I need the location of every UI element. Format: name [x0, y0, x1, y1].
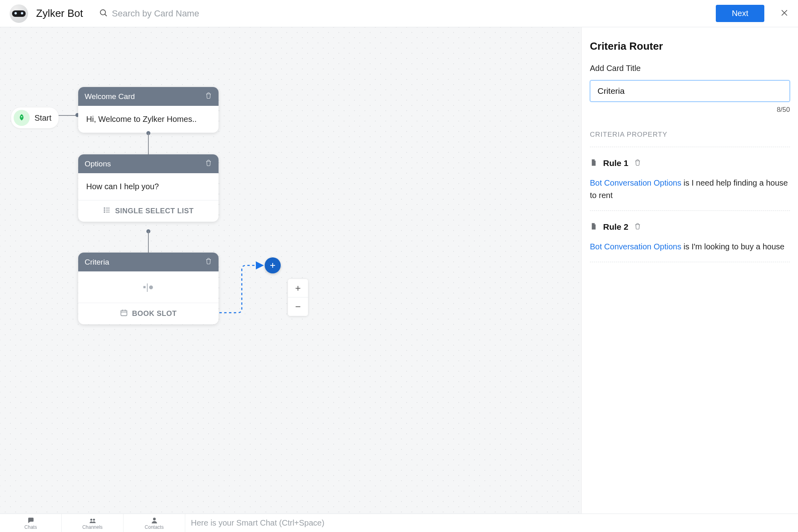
side-panel: Criteria Router Add Card Title 8/50 CRIT… — [581, 27, 798, 514]
svg-point-9 — [104, 210, 105, 210]
svg-point-19 — [153, 518, 156, 520]
rule-name: Rule 2 — [603, 222, 628, 232]
tab-contacts[interactable]: Contacts — [124, 514, 185, 532]
start-node[interactable]: Start — [11, 107, 59, 128]
connector-line — [148, 231, 149, 253]
list-icon — [103, 206, 111, 216]
search-input[interactable] — [112, 8, 272, 19]
tab-channels[interactable]: Channels — [62, 514, 124, 532]
document-icon — [590, 159, 597, 168]
svg-point-17 — [90, 518, 92, 520]
card-footer-label: SINGLE SELECT LIST — [115, 207, 194, 215]
zoom-out-button[interactable]: − — [288, 297, 308, 316]
next-button[interactable]: Next — [716, 5, 764, 22]
panel-title: Criteria Router — [590, 40, 790, 53]
svg-point-18 — [93, 518, 95, 520]
card-footer-label: BOOK SLOT — [132, 309, 177, 318]
svg-point-8 — [104, 208, 105, 208]
add-title-label: Add Card Title — [590, 64, 790, 73]
card-body: How can I help you? — [78, 173, 219, 200]
search-icon — [99, 8, 108, 19]
rule-name: Rule 1 — [603, 158, 628, 168]
trash-icon[interactable] — [205, 92, 212, 101]
card-footer[interactable]: SINGLE SELECT LIST — [78, 200, 219, 222]
card-header: Options — [78, 154, 219, 173]
svg-rect-11 — [121, 310, 127, 316]
rule-item: Rule 1 Bot Conversation Options is I nee… — [590, 147, 790, 211]
trash-icon[interactable] — [205, 257, 212, 267]
card-title: Options — [85, 160, 111, 168]
dashed-connector — [219, 261, 267, 314]
card-footer[interactable]: BOOK SLOT — [78, 303, 219, 324]
rule-item: Rule 2 Bot Conversation Options is I'm l… — [590, 211, 790, 262]
card-header: Welcome Card — [78, 87, 219, 106]
bot-name: Zylker Bot — [36, 7, 83, 20]
rule-text: is I'm looking to buy a house — [681, 242, 784, 251]
calendar-icon — [120, 309, 128, 319]
rocket-icon — [14, 110, 30, 126]
rule-link[interactable]: Bot Conversation Options — [590, 242, 681, 251]
smart-chat-input[interactable] — [185, 514, 798, 532]
card-header: Criteria — [78, 253, 219, 271]
tab-label: Contacts — [145, 524, 164, 530]
zoom-in-button[interactable]: + — [288, 279, 308, 297]
tab-label: Channels — [82, 524, 103, 530]
char-counter: 8/50 — [590, 106, 790, 114]
svg-point-4 — [21, 116, 22, 117]
svg-point-10 — [104, 212, 105, 212]
trash-icon[interactable] — [205, 159, 212, 168]
main-area: Start Welcome Card Hi, Welcome to Zylker… — [0, 27, 798, 514]
rule-link[interactable]: Bot Conversation Options — [590, 178, 681, 187]
rule-condition: Bot Conversation Options is I'm looking … — [590, 241, 790, 253]
add-node-button[interactable] — [265, 257, 281, 273]
search-wrap — [91, 8, 399, 19]
card-body: ▪|● — [78, 271, 219, 303]
trash-icon[interactable] — [634, 223, 641, 231]
trash-icon[interactable] — [634, 159, 641, 168]
flow-canvas[interactable]: Start Welcome Card Hi, Welcome to Zylker… — [0, 27, 581, 514]
card-title-input[interactable] — [590, 80, 790, 102]
card-welcome[interactable]: Welcome Card Hi, Welcome to Zylker Homes… — [78, 87, 219, 133]
card-criteria[interactable]: Criteria ▪|● BOOK SLOT — [78, 253, 219, 324]
bottom-bar: Chats Channels Contacts — [0, 514, 798, 532]
header-bar: Zylker Bot Next — [0, 0, 798, 27]
card-options[interactable]: Options How can I help you? SINGLE SELEC… — [78, 154, 219, 222]
tab-label: Chats — [24, 524, 37, 530]
svg-line-1 — [105, 14, 107, 16]
start-label: Start — [34, 113, 51, 123]
card-title: Welcome Card — [85, 92, 135, 101]
close-button[interactable] — [780, 9, 788, 18]
zoom-controls: + − — [288, 279, 308, 316]
card-title: Criteria — [85, 258, 109, 267]
tab-chats[interactable]: Chats — [0, 514, 62, 532]
criteria-property-label: CRITERIA PROPERTY — [590, 131, 790, 147]
rule-condition: Bot Conversation Options is I need help … — [590, 177, 790, 202]
document-icon — [590, 223, 597, 232]
card-body: Hi, Welcome to Zylker Homes.. — [78, 106, 219, 133]
connector-line — [148, 133, 149, 155]
svg-point-0 — [100, 10, 105, 15]
bot-avatar — [10, 4, 28, 23]
